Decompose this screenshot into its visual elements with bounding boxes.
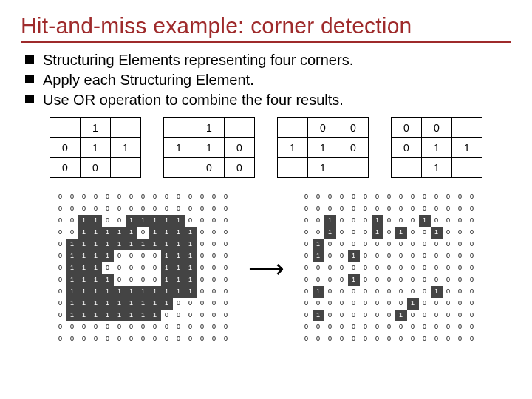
structuring-element: 001101 bbox=[277, 117, 369, 178]
arrow-icon: ⟶ bbox=[248, 253, 284, 283]
structuring-elements-row: 101100111000001101000111 bbox=[21, 117, 511, 178]
bullet-item: Apply each Structuring Element. bbox=[25, 70, 511, 90]
structuring-element: 101100 bbox=[50, 117, 141, 178]
bullet-item: Structuring Elements representing four c… bbox=[25, 50, 511, 70]
title-rule bbox=[21, 41, 511, 43]
output-grid: 0000000000000000000000000000000010001000… bbox=[301, 191, 478, 345]
structuring-element: 111000 bbox=[163, 117, 255, 178]
page-title: Hit-and-miss example: corner detection bbox=[21, 13, 511, 38]
bullet-list: Structuring Elements representing four c… bbox=[25, 50, 511, 110]
bullet-item: Use OR operation to combine the four res… bbox=[25, 90, 511, 110]
input-grid: 0000000000000000000000000000000011001111… bbox=[55, 191, 232, 345]
structuring-element: 000111 bbox=[391, 117, 482, 178]
